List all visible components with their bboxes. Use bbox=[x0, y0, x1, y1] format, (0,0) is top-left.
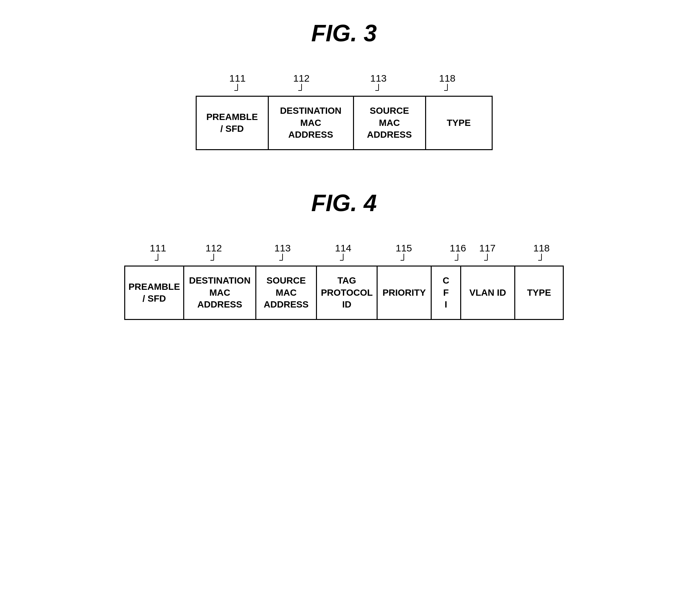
fig4-label-113: 113 bbox=[274, 243, 291, 264]
fig4-cell-cfi: CFI bbox=[432, 266, 461, 319]
fig4-cell-preamble: PREAMBLE/ SFD bbox=[125, 266, 184, 319]
fig4-cell-tag-protocol: TAGPROTOCOLID bbox=[317, 266, 378, 319]
fig3-label-112: 112 bbox=[293, 73, 310, 94]
fig4-bracket-113 bbox=[278, 254, 287, 264]
fig4-bracket-114 bbox=[338, 254, 348, 264]
fig3-frame: PREAMBLE/ SFD DESTINATIONMACADDRESS SOUR… bbox=[196, 96, 493, 150]
fig3-title: FIG. 3 bbox=[311, 20, 377, 47]
fig3-bracket-113 bbox=[374, 84, 383, 94]
fig3-cell-type: TYPE bbox=[426, 97, 492, 149]
fig4-section: FIG. 4 111 112 113 bbox=[82, 190, 606, 320]
fig4-label-118: 118 bbox=[533, 243, 550, 264]
fig4-label-117: 117 bbox=[479, 243, 495, 264]
fig4-label-112: 112 bbox=[205, 243, 222, 264]
fig4-bracket-117 bbox=[483, 254, 492, 264]
fig4-label-111: 111 bbox=[150, 243, 166, 264]
fig4-title: FIG. 4 bbox=[311, 190, 377, 216]
fig4-bracket-116 bbox=[453, 254, 463, 264]
fig3-cell-preamble: PREAMBLE/ SFD bbox=[197, 97, 269, 149]
fig4-label-116: 116 bbox=[450, 243, 466, 264]
fig4-cell-priority: PRIORITY bbox=[378, 266, 432, 319]
fig4-cell-dest-mac: DESTINATIONMACADDRESS bbox=[184, 266, 256, 319]
fig3-cell-dest-mac: DESTINATIONMACADDRESS bbox=[269, 97, 354, 149]
fig4-bracket-118 bbox=[537, 254, 547, 264]
fig4-bracket-111 bbox=[153, 254, 163, 264]
fig3-label-113: 113 bbox=[370, 73, 387, 94]
fig3-label-111: 111 bbox=[229, 73, 246, 94]
fig4-label-115: 115 bbox=[396, 243, 412, 264]
fig4-label-114: 114 bbox=[335, 243, 351, 264]
fig4-labels-row: 111 112 113 114 bbox=[125, 243, 563, 266]
fig3-label-118: 118 bbox=[439, 73, 456, 94]
fig3-bracket-118 bbox=[443, 84, 452, 94]
page-container: FIG. 3 111 112 113 bbox=[82, 20, 606, 359]
fig3-labels-row: 111 112 113 118 bbox=[197, 73, 492, 96]
fig3-section: FIG. 3 111 112 113 bbox=[82, 20, 606, 150]
fig3-bracket-112 bbox=[297, 84, 307, 94]
fig4-bracket-115 bbox=[399, 254, 409, 264]
fig3-bracket-111 bbox=[233, 84, 243, 94]
fig4-bracket-112 bbox=[209, 254, 219, 264]
fig4-frame: PREAMBLE/ SFD DESTINATIONMACADDRESS SOUR… bbox=[124, 266, 564, 320]
fig4-cell-vlan-id: VLAN ID bbox=[461, 266, 515, 319]
fig3-cell-src-mac: SOURCEMACADDRESS bbox=[354, 97, 426, 149]
fig4-cell-type: TYPE bbox=[515, 266, 563, 319]
fig4-cell-src-mac: SOURCEMACADDRESS bbox=[256, 266, 317, 319]
